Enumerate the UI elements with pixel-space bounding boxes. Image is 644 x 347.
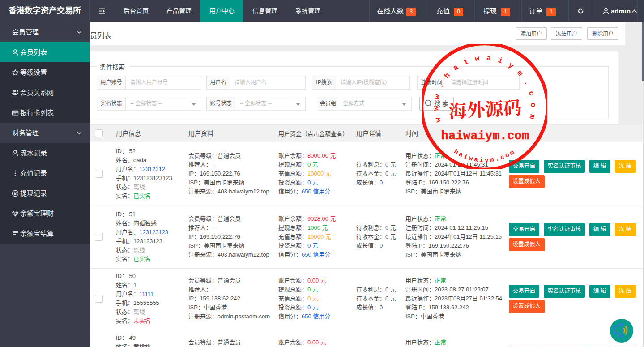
svg-text:haiwaiym.com: haiwaiym.com	[441, 129, 529, 143]
svg-text:haiwaiym.com: haiwaiym.com	[452, 148, 517, 164]
svg-text:海外源码: 海外源码	[448, 94, 522, 123]
